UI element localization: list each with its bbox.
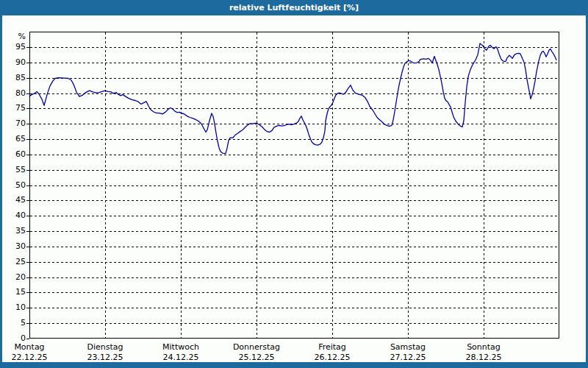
chart-area: % 95908580757065605550454035302520151050…	[2, 15, 586, 362]
y-axis-unit-label: %	[4, 32, 26, 41]
y-axis-tick-label: 25	[4, 257, 26, 266]
x-axis-day-label: Samstag	[375, 343, 441, 352]
x-axis-day-label: Donnerstag	[223, 343, 290, 352]
y-axis-tick-label: 50	[4, 180, 26, 190]
y-axis-tick-label: 35	[4, 226, 26, 236]
y-axis-tick-label: 5	[4, 318, 26, 328]
y-axis-tick-label: 10	[4, 302, 26, 312]
x-axis-date-label: 26.12.25	[299, 353, 365, 362]
y-axis-tick-label: 15	[4, 287, 26, 297]
x-axis-date-label: 22.12.25	[0, 353, 62, 362]
y-axis-tick-label: 30	[4, 241, 26, 251]
x-axis-date-label: 27.12.25	[375, 353, 441, 362]
x-axis-date-label: 25.12.25	[223, 353, 290, 362]
x-axis-date-label: 28.12.25	[451, 353, 517, 362]
y-axis-tick-label: 80	[4, 88, 26, 98]
x-axis-date-label: 23.12.25	[72, 353, 138, 362]
x-axis-day-label: Sonntag	[451, 343, 517, 352]
y-axis-tick-label: 55	[4, 165, 26, 174]
window-title: relative Luftfeuchtigkeit [%]	[229, 3, 359, 13]
x-axis-day-label: Freitag	[299, 343, 365, 352]
y-axis-tick-label: 90	[4, 57, 26, 67]
y-axis-tick-label: 65	[4, 134, 26, 144]
y-axis-tick-label: 40	[4, 210, 26, 220]
app-window: relative Luftfeuchtigkeit [%] % 95908580…	[0, 0, 588, 368]
y-axis-tick-label: 75	[4, 103, 26, 113]
y-axis-tick-label: 85	[4, 73, 26, 82]
y-axis-tick-label: 60	[4, 149, 26, 159]
y-axis-tick-label: 45	[4, 195, 26, 205]
x-axis-day-label: Dienstag	[72, 343, 138, 352]
y-axis-tick-label: 70	[4, 118, 26, 128]
humidity-line-chart	[25, 32, 564, 347]
y-axis-tick-label: 95	[4, 42, 26, 52]
x-axis-date-label: 24.12.25	[148, 353, 214, 362]
x-axis-day-label: Montag	[0, 343, 62, 352]
window-title-bar[interactable]: relative Luftfeuchtigkeit [%]	[0, 0, 588, 15]
y-axis-tick-label: 20	[4, 272, 26, 282]
plot-border	[30, 32, 559, 339]
humidity-series-line	[29, 43, 556, 154]
x-axis-day-label: Mittwoch	[148, 343, 214, 352]
